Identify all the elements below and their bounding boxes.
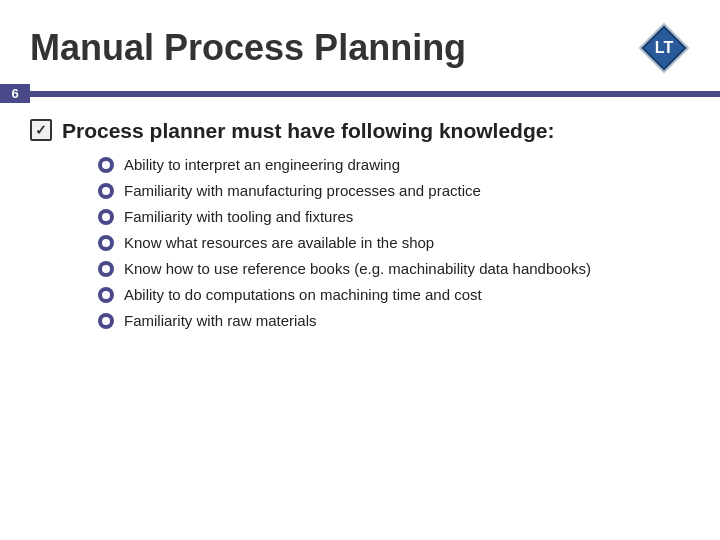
title-area: Manual Process Planning LT bbox=[0, 0, 720, 84]
sub-bullet-text: Ability to do computations on machining … bbox=[124, 284, 482, 305]
sub-bullet-text: Know how to use reference books (e.g. ma… bbox=[124, 258, 591, 279]
checkbox-icon bbox=[30, 119, 52, 141]
bullet-circle-inner bbox=[102, 291, 110, 299]
sub-bullet-text: Know what resources are available in the… bbox=[124, 232, 434, 253]
bullet-circle-icon bbox=[98, 261, 114, 277]
list-item: Ability to do computations on machining … bbox=[98, 284, 690, 305]
slide-number-bar: 6 bbox=[0, 84, 720, 103]
bullet-circle-icon bbox=[98, 157, 114, 173]
list-item: Ability to interpret an engineering draw… bbox=[98, 154, 690, 175]
main-bullet-text: Process planner must have following know… bbox=[62, 117, 554, 144]
main-bullet-item: Process planner must have following know… bbox=[30, 117, 690, 144]
slide: Manual Process Planning LT 6 Process pla… bbox=[0, 0, 720, 540]
list-item: Familiarity with raw materials bbox=[98, 310, 690, 331]
bullet-circle-inner bbox=[102, 187, 110, 195]
bullet-circle-icon bbox=[98, 313, 114, 329]
bar-divider bbox=[30, 91, 720, 97]
sub-bullet-text: Ability to interpret an engineering draw… bbox=[124, 154, 400, 175]
lt-logo-icon: LT bbox=[638, 22, 690, 74]
page-title: Manual Process Planning bbox=[30, 27, 466, 69]
bullet-circle-icon bbox=[98, 183, 114, 199]
list-item: Familiarity with manufacturing processes… bbox=[98, 180, 690, 201]
list-item: Know how to use reference books (e.g. ma… bbox=[98, 258, 690, 279]
sub-bullet-text: Familiarity with tooling and fixtures bbox=[124, 206, 353, 227]
sub-bullets-list: Ability to interpret an engineering draw… bbox=[98, 154, 690, 331]
bullet-circle-inner bbox=[102, 239, 110, 247]
bullet-circle-icon bbox=[98, 235, 114, 251]
list-item: Familiarity with tooling and fixtures bbox=[98, 206, 690, 227]
bullet-circle-inner bbox=[102, 213, 110, 221]
sub-bullet-text: Familiarity with raw materials bbox=[124, 310, 317, 331]
bullet-circle-inner bbox=[102, 161, 110, 169]
slide-number: 6 bbox=[0, 84, 30, 103]
content-area: Process planner must have following know… bbox=[0, 117, 720, 331]
bullet-circle-icon bbox=[98, 287, 114, 303]
list-item: Know what resources are available in the… bbox=[98, 232, 690, 253]
bullet-circle-inner bbox=[102, 265, 110, 273]
svg-text:LT: LT bbox=[655, 39, 674, 56]
bullet-circle-inner bbox=[102, 317, 110, 325]
sub-bullet-text: Familiarity with manufacturing processes… bbox=[124, 180, 481, 201]
bullet-circle-icon bbox=[98, 209, 114, 225]
